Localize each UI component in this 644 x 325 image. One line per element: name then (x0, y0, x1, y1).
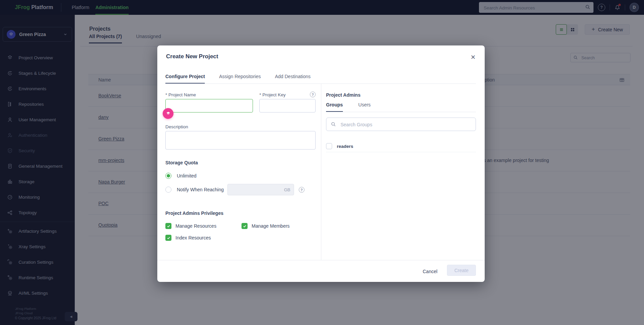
tab-groups[interactable]: Groups (326, 102, 343, 112)
create-button[interactable]: Create (447, 265, 476, 276)
radio-unlimited[interactable]: Unlimited (165, 173, 196, 179)
privileges-title: Project Admins Privileges (165, 210, 223, 216)
screen: JFrog Platform Platform Administration ?… (0, 0, 644, 325)
cancel-button[interactable]: Cancel (421, 267, 440, 275)
guide-wizard-icon[interactable] (163, 108, 173, 119)
create-project-modal: Create New Project ✕ Configure Project A… (157, 45, 485, 282)
close-icon[interactable]: ✕ (471, 54, 476, 61)
divider (165, 84, 476, 84)
checkbox-manage-resources[interactable]: Manage Resources (165, 223, 216, 229)
radio-selected-icon (165, 173, 171, 179)
project-admins-title: Project Admins (326, 92, 360, 98)
storage-quota-title: Storage Quota (165, 160, 198, 165)
checkbox-checked-icon (165, 223, 171, 229)
modal-tabs: Configure Project Assign Repositories Ad… (165, 74, 311, 84)
quota-value-input[interactable] (230, 184, 282, 196)
checkbox-manage-members[interactable]: Manage Members (242, 223, 290, 229)
modal-title: Create New Project (166, 53, 218, 60)
admins-tabs: Groups Users (326, 102, 371, 112)
search-icon (331, 122, 336, 127)
tab-configure-project[interactable]: Configure Project (165, 74, 205, 84)
project-key-input[interactable] (259, 99, 316, 112)
description-input[interactable] (165, 131, 316, 150)
divider (326, 112, 476, 112)
description-label: Description (165, 124, 188, 129)
project-key-label: * Project Key (259, 92, 286, 97)
divider (321, 84, 321, 260)
tab-add-destinations[interactable]: Add Destinations (275, 74, 311, 84)
groups-search[interactable] (326, 118, 476, 131)
gb-suffix: GB (284, 187, 290, 192)
project-name-input[interactable] (165, 99, 253, 112)
quota-help-icon[interactable]: ? (299, 187, 304, 193)
tab-assign-repositories[interactable]: Assign Repositories (219, 74, 261, 84)
tab-users[interactable]: Users (358, 102, 371, 112)
groups-search-input[interactable] (340, 118, 473, 131)
group-item-readers[interactable]: readers (326, 140, 476, 152)
checkbox-checked-icon (165, 235, 171, 241)
checkbox-unchecked-icon (326, 143, 332, 149)
project-name-label: * Project Name (165, 92, 196, 97)
checkbox-index-resources[interactable]: Index Resources (165, 235, 211, 241)
radio-notify-when-reaching[interactable]: Notify When Reaching (165, 187, 224, 193)
radio-unselected-icon (165, 187, 171, 193)
quota-value-field: GB (227, 184, 294, 195)
checkbox-checked-icon (242, 223, 248, 229)
divider (157, 260, 485, 260)
project-key-help-icon[interactable]: ? (310, 92, 316, 97)
